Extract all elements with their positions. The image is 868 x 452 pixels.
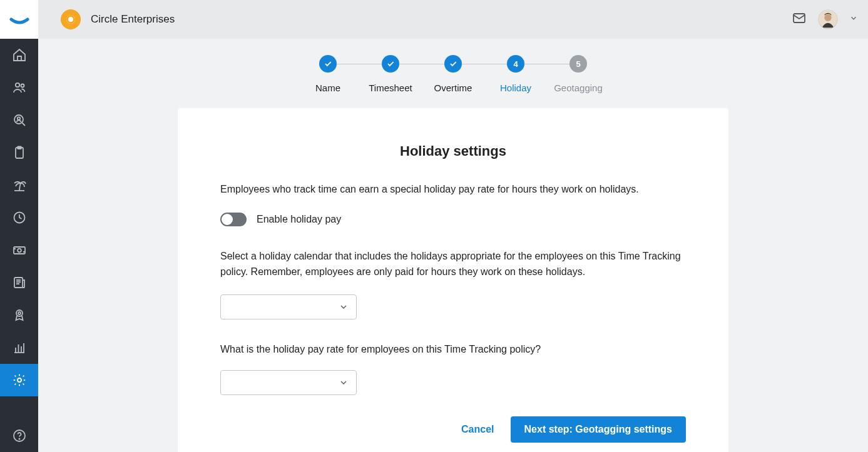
nav-benefits[interactable] [0,299,38,331]
settings-card: Holiday settings Employees who track tim… [178,108,728,452]
step-circle [382,55,399,73]
nav-home[interactable] [0,39,38,71]
nav-time[interactable] [0,201,38,234]
palm-tree-icon [12,178,27,193]
svg-point-8 [18,249,21,253]
news-icon [12,275,27,290]
step-name[interactable]: Name [297,55,359,93]
svg-point-3 [17,117,19,119]
chevron-down-icon [339,302,349,312]
step-circle [319,55,337,73]
step-circle: 4 [507,55,524,73]
top-header: Circle Enterprises [38,0,868,39]
mail-icon [792,11,807,26]
enable-holiday-pay-toggle[interactable] [220,213,247,226]
holiday-rate-select[interactable] [220,370,357,395]
svg-point-1 [21,84,24,88]
svg-rect-7 [14,247,25,254]
money-icon [12,243,27,258]
user-menu-caret[interactable] [849,14,858,25]
step-circle: 5 [569,55,587,73]
calendar-help-text: Select a holiday calendar that includes … [220,249,686,280]
clipboard-icon [12,145,27,160]
holiday-calendar-select[interactable] [220,294,357,319]
company-name: Circle Enterprises [91,13,175,26]
step-timesheet[interactable]: Timesheet [359,55,422,93]
bar-chart-icon [12,340,27,355]
step-overtime[interactable]: Overtime [422,55,484,93]
nav-help[interactable] [0,419,38,452]
svg-point-10 [16,310,23,316]
card-actions: Cancel Next step: Geotagging settings [220,416,686,443]
nav-hiring[interactable] [0,104,38,136]
step-label: Timesheet [369,83,412,93]
rate-help-text: What is the holiday pay rate for employe… [220,342,686,358]
nav-people[interactable] [0,71,38,104]
nav-documents[interactable] [0,266,38,299]
check-icon [386,59,395,68]
svg-point-14 [19,438,19,439]
person-search-icon [12,113,27,128]
gear-icon [12,373,27,388]
avatar-face-icon [819,9,837,29]
toggle-label: Enable holiday pay [257,214,341,225]
svg-rect-9 [14,278,23,288]
svg-point-11 [18,312,21,314]
step-label: Overtime [434,83,472,93]
chevron-down-icon [339,378,349,388]
people-icon [12,80,27,95]
award-icon [12,308,27,323]
enable-holiday-pay-row: Enable holiday pay [220,213,686,226]
nav-payroll[interactable] [0,234,38,266]
svg-point-17 [824,14,831,21]
step-circle [444,55,462,73]
check-icon [324,59,332,68]
cancel-button[interactable]: Cancel [461,424,494,435]
nav-settings[interactable] [0,364,38,396]
app-logo [0,0,38,39]
nav-reports[interactable] [0,331,38,364]
content-area: Name Timesheet Overtime 4 Holiday 5 Geot… [38,39,868,452]
clock-icon [12,210,27,225]
nav-timeoff[interactable] [0,169,38,201]
sidebar [0,0,38,452]
card-title: Holiday settings [220,143,686,159]
wizard-stepper: Name Timesheet Overtime 4 Holiday 5 Geot… [38,39,868,93]
intro-text: Employees who track time can earn a spec… [220,182,686,198]
step-label: Geotagging [554,83,603,93]
step-label: Holiday [500,83,531,93]
home-icon [12,48,27,63]
svg-point-12 [18,378,21,382]
help-icon [12,428,27,443]
step-holiday[interactable]: 4 Holiday [484,55,547,93]
nav-files[interactable] [0,136,38,169]
next-step-button[interactable]: Next step: Geotagging settings [511,416,686,443]
inbox-button[interactable] [792,11,807,28]
step-label: Name [315,83,340,93]
step-geotagging[interactable]: 5 Geotagging [547,55,610,93]
svg-point-0 [15,83,19,87]
toggle-knob [222,214,233,225]
logo-swoosh-icon [9,13,30,26]
company-logo [61,9,81,29]
user-avatar[interactable] [818,9,838,29]
chevron-down-icon [849,14,858,23]
check-icon [449,59,457,68]
